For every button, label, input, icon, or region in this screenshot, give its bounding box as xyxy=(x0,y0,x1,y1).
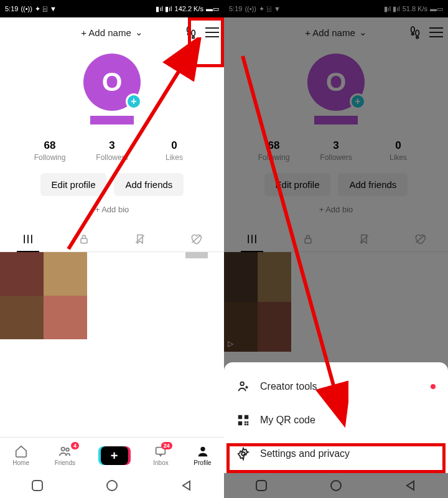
chevron-down-icon: ⌄ xyxy=(359,27,367,38)
battery-icon: ▬▭ xyxy=(430,5,443,13)
tab-private[interactable] xyxy=(56,227,112,251)
tab-saved[interactable] xyxy=(336,227,392,251)
svg-marker-21 xyxy=(407,481,414,490)
add-bio-button[interactable]: + Add bio xyxy=(319,205,353,214)
add-name-dropdown[interactable]: + Add name ⌄ xyxy=(81,27,142,38)
tab-posts[interactable] xyxy=(0,227,56,251)
avatar-add-icon[interactable]: + xyxy=(350,93,366,110)
bottom-nav: Home Friends 4 + Inbox 24 Profile xyxy=(0,437,224,473)
avatar-initial: O xyxy=(102,67,123,97)
avatar[interactable]: O + xyxy=(307,54,365,111)
android-recent[interactable] xyxy=(32,480,43,491)
svg-rect-18 xyxy=(305,238,311,243)
svg-point-17 xyxy=(416,37,419,39)
add-bio-button[interactable]: + Add bio xyxy=(95,205,129,214)
loading-indicator xyxy=(185,252,208,258)
stat-followers[interactable]: 3Followers xyxy=(305,139,367,162)
nav-home[interactable]: Home xyxy=(12,444,29,466)
android-nav xyxy=(0,473,224,498)
video-thumbnail[interactable] xyxy=(0,252,87,339)
friends-badge: 4 xyxy=(71,442,79,449)
clock: 5:19 xyxy=(229,5,242,12)
svg-rect-4 xyxy=(81,238,87,243)
stat-likes[interactable]: 0 Likes xyxy=(143,139,205,162)
tab-liked[interactable] xyxy=(168,227,224,251)
tab-liked[interactable] xyxy=(392,227,448,251)
nav-profile[interactable]: Profile xyxy=(194,444,211,466)
status-bar: 5:19 ((•)) ✦ ⌻ ▼ ▮ıl ▮ıl 142.2 K/s ▬▭ xyxy=(0,0,224,17)
android-home[interactable] xyxy=(106,480,118,491)
svg-rect-27 xyxy=(247,424,249,426)
profile-screen-right: 5:19 ((•)) ✦ ⌻ ▼ ▮ıl ▮ıl 51.8 K/s ▬▭ + A… xyxy=(224,0,448,498)
sheet-item-qr-code[interactable]: My QR code xyxy=(224,403,448,437)
svg-rect-29 xyxy=(247,421,249,423)
edit-profile-button[interactable]: Edit profile xyxy=(264,173,331,196)
signal-icon: ▮ıl ▮ıl xyxy=(384,5,400,13)
svg-point-16 xyxy=(412,33,414,35)
android-back[interactable] xyxy=(181,480,192,491)
svg-rect-26 xyxy=(245,421,246,423)
chevron-down-icon: ⌄ xyxy=(135,27,143,38)
plus-icon: + xyxy=(111,449,118,462)
puzzle-icon: ✦ xyxy=(259,5,264,13)
svg-point-8 xyxy=(67,448,70,451)
avatar-add-icon[interactable]: + xyxy=(126,93,142,110)
stat-likes[interactable]: 0Likes xyxy=(367,139,429,162)
android-home[interactable] xyxy=(330,480,342,491)
signal-icon: ▮ıl ▮ıl xyxy=(156,5,172,13)
footprints-icon[interactable] xyxy=(408,26,422,39)
stat-following[interactable]: 68 Following xyxy=(19,139,81,162)
edit-profile-button[interactable]: Edit profile xyxy=(40,173,107,196)
svg-rect-23 xyxy=(238,415,242,419)
inbox-badge: 24 xyxy=(161,442,172,449)
profile-screen-left: 5:19 ((•)) ✦ ⌻ ▼ ▮ıl ▮ıl 142.2 K/s ▬▭ + … xyxy=(0,0,224,498)
svg-point-14 xyxy=(411,27,415,32)
android-recent[interactable] xyxy=(256,480,267,491)
stat-followers[interactable]: 3 Followers xyxy=(81,139,143,162)
add-name-label: + Add name xyxy=(81,27,131,38)
svg-point-15 xyxy=(416,30,419,35)
annotation-highlight-hamburger xyxy=(188,17,224,67)
add-friends-button[interactable]: Add friends xyxy=(114,173,184,196)
video-thumbnail[interactable]: ▷ xyxy=(224,252,291,352)
top-bar: + Add name ⌄ xyxy=(224,17,448,47)
android-back[interactable] xyxy=(405,480,416,491)
tab-private[interactable] xyxy=(280,227,336,251)
svg-point-22 xyxy=(240,382,244,386)
avatar[interactable]: O + xyxy=(83,54,141,111)
svg-rect-24 xyxy=(245,415,248,419)
username-placeholder xyxy=(314,116,358,125)
svg-point-7 xyxy=(62,448,65,451)
add-name-dropdown[interactable]: + Add name ⌄ xyxy=(305,27,366,38)
puzzle-icon: ✦ xyxy=(35,5,40,13)
tab-saved[interactable] xyxy=(112,227,168,251)
instagram-icon: ⌻ xyxy=(267,5,271,12)
wifi-icon: ((•)) xyxy=(21,5,32,12)
svg-marker-11 xyxy=(183,481,190,490)
profile-header: O + 68 Following 3 Followers 0 Likes Edi… xyxy=(0,47,224,214)
status-bar: 5:19 ((•)) ✦ ⌻ ▼ ▮ıl ▮ıl 51.8 K/s ▬▭ xyxy=(224,0,448,17)
svg-point-10 xyxy=(200,447,205,451)
android-nav xyxy=(224,473,448,498)
profile-header: O + 68Following 3Followers 0Likes Edit p… xyxy=(224,47,448,214)
posts-grid xyxy=(0,252,224,437)
add-friends-button[interactable]: Add friends xyxy=(338,173,408,196)
svg-rect-25 xyxy=(238,421,242,425)
svg-rect-28 xyxy=(245,424,246,426)
notification-dot xyxy=(431,384,436,389)
shield-icon: ▼ xyxy=(274,5,281,12)
menu-bottom-sheet: Creator tools My QR code Settings and pr… xyxy=(224,362,448,473)
battery-icon: ▬▭ xyxy=(206,5,219,13)
annotation-highlight-settings xyxy=(226,443,446,473)
tab-posts[interactable] xyxy=(224,227,280,251)
shield-icon: ▼ xyxy=(50,5,57,12)
net-speed: 142.2 K/s xyxy=(175,5,203,12)
sheet-item-creator-tools[interactable]: Creator tools xyxy=(224,370,448,403)
clock: 5:19 xyxy=(5,5,18,12)
nav-friends[interactable]: Friends 4 xyxy=(55,444,75,466)
wifi-icon: ((•)) xyxy=(245,5,256,12)
stat-following[interactable]: 68Following xyxy=(243,139,305,162)
hamburger-menu-icon[interactable] xyxy=(429,27,443,37)
nav-inbox[interactable]: Inbox 24 xyxy=(153,444,168,466)
nav-create[interactable]: + xyxy=(101,446,128,465)
